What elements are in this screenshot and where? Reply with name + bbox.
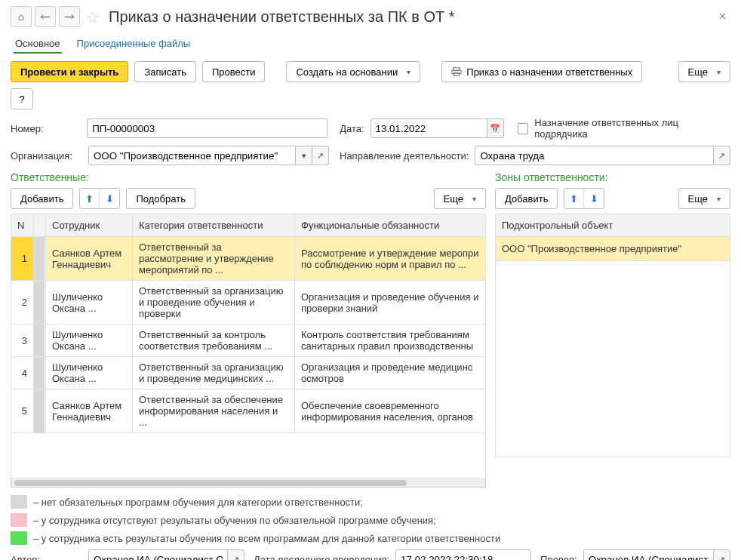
post-and-close-button[interactable]: Провести и закрыть [11, 61, 128, 82]
zones-add-button[interactable]: Добавить [495, 188, 558, 209]
legend-text-gray: – нет обязательных программ обучения для… [33, 497, 363, 508]
lastpost-input[interactable] [395, 549, 531, 560]
print-order-button[interactable]: Приказ о назначении ответственных [441, 61, 642, 82]
organization-open-button[interactable]: ↗ [312, 146, 329, 165]
contractor-checkbox[interactable] [518, 123, 529, 134]
responsible-pick-button[interactable]: Подобрать [126, 188, 195, 209]
legend-swatch-pink [11, 513, 27, 527]
zones-empty-space [495, 261, 730, 457]
more-button[interactable]: Еще [678, 61, 730, 82]
author-open-button[interactable]: ↗ [228, 549, 244, 560]
table-row[interactable]: 3 Шуличенко Оксана ... Ответственный за … [11, 325, 486, 357]
post-button[interactable]: Провести [202, 61, 266, 82]
organization-label: Организация: [11, 150, 82, 162]
direction-open-button[interactable]: ↗ [714, 146, 730, 165]
author-input[interactable] [88, 549, 228, 560]
responsible-section-title: Ответственные: [11, 171, 486, 183]
col-functions: Функциональные обязанности [295, 214, 486, 237]
contractor-checkbox-label: Назначение ответственных лиц подрядчика [534, 117, 730, 140]
horizontal-scrollbar[interactable] [11, 478, 486, 488]
print-order-label: Приказ о назначении ответственных [466, 66, 632, 78]
organization-dropdown-button[interactable]: ▾ [296, 146, 312, 165]
page-title: Приказ о назначении ответственных за ПК … [109, 8, 455, 26]
tab-main[interactable]: Основное [14, 35, 62, 54]
responsible-more-button[interactable]: Еще [434, 188, 486, 209]
date-picker-button[interactable]: 📅 [487, 118, 504, 138]
author-label: Автор: [11, 554, 82, 561]
back-button[interactable]: 🡐 [35, 6, 56, 27]
zones-move-up-button[interactable]: ⬆ [564, 189, 584, 208]
postedby-label: Провел: [540, 554, 577, 561]
number-label: Номер: [11, 123, 81, 134]
date-label: Дата: [340, 123, 364, 134]
lastpost-label: Дата последнего проведения: [254, 554, 389, 561]
responsible-add-button[interactable]: Добавить [11, 188, 73, 209]
zones-more-button[interactable]: Еще [678, 188, 730, 209]
responsible-move-down-button[interactable]: ⬇ [100, 189, 119, 208]
status-indicator [34, 357, 45, 389]
legend-text-pink: – у сотрудника отсутствуют результаты об… [33, 515, 436, 526]
postedby-input[interactable] [583, 549, 714, 560]
status-indicator [34, 325, 45, 356]
table-row[interactable]: 2 Шуличенко Оксана ... Ответственный за … [11, 281, 486, 325]
direction-label: Направление деятельности: [340, 150, 469, 162]
col-object: Подконтрольный объект [496, 214, 730, 237]
close-button[interactable]: × [715, 8, 730, 25]
table-row[interactable]: 4 Шуличенко Оксана ... Ответственный за … [11, 357, 486, 389]
col-employee: Сотрудник [46, 214, 133, 237]
legend-swatch-gray [11, 495, 27, 509]
save-button[interactable]: Записать [134, 61, 196, 82]
table-row[interactable]: 5 Саянков Артем Геннадиевич Ответственны… [11, 389, 486, 433]
organization-input[interactable] [88, 146, 296, 165]
date-input[interactable] [370, 118, 487, 138]
col-category: Категория ответственности [133, 214, 295, 237]
legend-text-green: – у сотрудника есть результаты обучения … [33, 533, 500, 544]
table-row[interactable]: 1 Саянков Артем Геннадиевич Ответственны… [11, 237, 486, 281]
status-indicator [34, 237, 45, 280]
postedby-open-button[interactable]: ↗ [714, 549, 730, 560]
help-button[interactable]: ? [11, 88, 33, 109]
tab-attached-files[interactable]: Присоединенные файлы [75, 35, 192, 54]
table-empty-space [11, 433, 486, 478]
forward-button[interactable]: 🡒 [59, 6, 80, 27]
home-button[interactable]: ⌂ [11, 6, 32, 27]
status-indicator [34, 389, 45, 432]
printer-icon [451, 66, 462, 77]
status-indicator [34, 281, 45, 324]
svg-rect-0 [454, 68, 460, 71]
zones-table[interactable]: Подконтрольный объект ООО "Производствен… [495, 214, 730, 261]
responsible-move-up-button[interactable]: ⬆ [80, 189, 100, 208]
zones-section-title: Зоны ответственности: [495, 171, 730, 183]
col-n: N [11, 214, 34, 237]
col-status [34, 214, 46, 237]
direction-input[interactable] [475, 146, 714, 165]
number-input[interactable] [87, 118, 327, 138]
zones-move-down-button[interactable]: ⬇ [584, 189, 604, 208]
responsible-table[interactable]: N Сотрудник Категория ответственности Фу… [11, 214, 486, 433]
create-based-on-button[interactable]: Создать на основании [286, 61, 420, 82]
legend-swatch-green [11, 531, 27, 545]
table-row[interactable]: ООО "Производственное предприятие" [496, 237, 730, 261]
favorite-star-icon[interactable]: ☆ [86, 8, 103, 25]
